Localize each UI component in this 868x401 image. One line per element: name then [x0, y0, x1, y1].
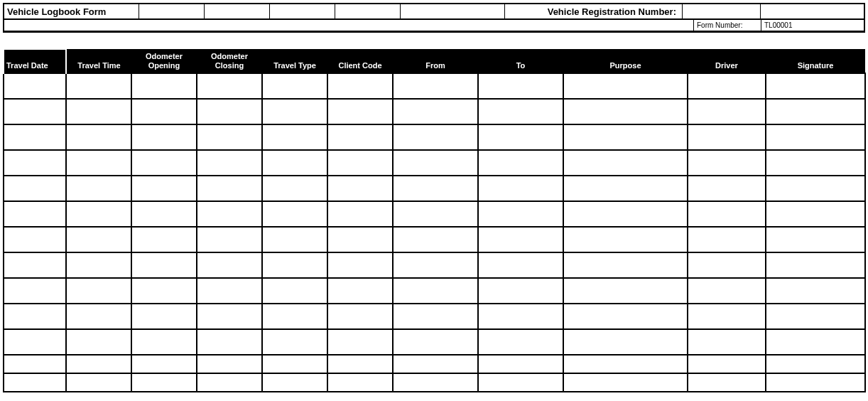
table-cell[interactable]: [478, 227, 563, 252]
table-cell[interactable]: [66, 304, 131, 329]
table-cell[interactable]: [66, 73, 131, 99]
table-cell[interactable]: [393, 150, 478, 176]
table-cell[interactable]: [563, 373, 688, 392]
table-cell[interactable]: [66, 99, 131, 124]
table-cell[interactable]: [66, 227, 131, 252]
table-cell[interactable]: [563, 73, 688, 99]
table-cell[interactable]: [4, 227, 66, 252]
table-cell[interactable]: [688, 150, 766, 176]
table-cell[interactable]: [766, 329, 865, 355]
table-cell[interactable]: [393, 329, 478, 355]
table-cell[interactable]: [197, 124, 262, 150]
table-cell[interactable]: [131, 252, 197, 278]
table-cell[interactable]: [197, 252, 262, 278]
table-cell[interactable]: [766, 304, 865, 329]
table-cell[interactable]: [66, 176, 131, 201]
table-cell[interactable]: [262, 150, 327, 176]
table-cell[interactable]: [478, 373, 563, 392]
table-cell[interactable]: [478, 201, 563, 227]
table-cell[interactable]: [563, 355, 688, 373]
table-cell[interactable]: [131, 176, 197, 201]
table-cell[interactable]: [563, 150, 688, 176]
table-cell[interactable]: [197, 373, 262, 392]
table-cell[interactable]: [131, 201, 197, 227]
table-cell[interactable]: [478, 150, 563, 176]
table-cell[interactable]: [393, 252, 478, 278]
table-cell[interactable]: [393, 201, 478, 227]
table-cell[interactable]: [563, 252, 688, 278]
table-cell[interactable]: [688, 355, 766, 373]
table-cell[interactable]: [393, 355, 478, 373]
table-cell[interactable]: [688, 124, 766, 150]
table-cell[interactable]: [327, 201, 393, 227]
table-cell[interactable]: [66, 252, 131, 278]
table-cell[interactable]: [131, 73, 197, 99]
table-cell[interactable]: [327, 176, 393, 201]
table-cell[interactable]: [197, 278, 262, 304]
table-cell[interactable]: [262, 201, 327, 227]
table-cell[interactable]: [197, 355, 262, 373]
table-cell[interactable]: [688, 252, 766, 278]
table-cell[interactable]: [327, 355, 393, 373]
table-cell[interactable]: [197, 201, 262, 227]
table-cell[interactable]: [131, 355, 197, 373]
table-cell[interactable]: [4, 201, 66, 227]
table-cell[interactable]: [688, 227, 766, 252]
table-cell[interactable]: [262, 99, 327, 124]
table-cell[interactable]: [66, 329, 131, 355]
table-cell[interactable]: [4, 304, 66, 329]
table-cell[interactable]: [766, 201, 865, 227]
table-cell[interactable]: [262, 73, 327, 99]
table-cell[interactable]: [393, 227, 478, 252]
table-cell[interactable]: [66, 201, 131, 227]
table-cell[interactable]: [478, 73, 563, 99]
table-cell[interactable]: [478, 329, 563, 355]
table-cell[interactable]: [393, 373, 478, 392]
table-cell[interactable]: [197, 176, 262, 201]
table-cell[interactable]: [4, 355, 66, 373]
table-cell[interactable]: [478, 99, 563, 124]
table-cell[interactable]: [327, 252, 393, 278]
table-cell[interactable]: [688, 278, 766, 304]
table-cell[interactable]: [197, 329, 262, 355]
table-cell[interactable]: [4, 150, 66, 176]
table-cell[interactable]: [393, 124, 478, 150]
table-cell[interactable]: [478, 124, 563, 150]
table-cell[interactable]: [766, 73, 865, 99]
table-cell[interactable]: [4, 176, 66, 201]
table-cell[interactable]: [478, 355, 563, 373]
table-cell[interactable]: [563, 227, 688, 252]
table-cell[interactable]: [262, 329, 327, 355]
table-cell[interactable]: [327, 99, 393, 124]
table-cell[interactable]: [327, 278, 393, 304]
table-cell[interactable]: [131, 99, 197, 124]
table-cell[interactable]: [563, 124, 688, 150]
table-cell[interactable]: [131, 150, 197, 176]
table-cell[interactable]: [262, 227, 327, 252]
table-cell[interactable]: [4, 99, 66, 124]
table-cell[interactable]: [393, 304, 478, 329]
table-cell[interactable]: [766, 355, 865, 373]
table-cell[interactable]: [262, 304, 327, 329]
table-cell[interactable]: [131, 373, 197, 392]
table-cell[interactable]: [197, 227, 262, 252]
table-cell[interactable]: [327, 227, 393, 252]
table-cell[interactable]: [688, 329, 766, 355]
registration-value[interactable]: [683, 4, 761, 20]
table-cell[interactable]: [688, 201, 766, 227]
table-cell[interactable]: [766, 99, 865, 124]
table-cell[interactable]: [766, 278, 865, 304]
table-cell[interactable]: [262, 278, 327, 304]
table-cell[interactable]: [4, 73, 66, 99]
table-cell[interactable]: [688, 373, 766, 392]
table-cell[interactable]: [262, 355, 327, 373]
table-cell[interactable]: [131, 227, 197, 252]
table-cell[interactable]: [766, 227, 865, 252]
table-cell[interactable]: [478, 252, 563, 278]
table-cell[interactable]: [4, 124, 66, 150]
table-cell[interactable]: [766, 150, 865, 176]
table-cell[interactable]: [327, 124, 393, 150]
table-cell[interactable]: [688, 176, 766, 201]
table-cell[interactable]: [262, 124, 327, 150]
table-cell[interactable]: [262, 373, 327, 392]
